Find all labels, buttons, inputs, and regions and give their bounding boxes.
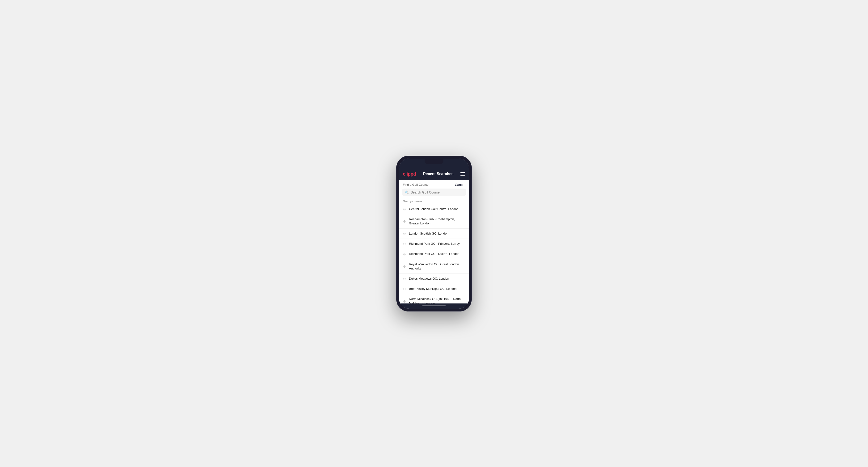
location-pin-icon: ⊙ bbox=[403, 232, 406, 236]
menu-icon[interactable] bbox=[460, 172, 465, 176]
find-header: Find a Golf Course Cancel bbox=[399, 180, 469, 189]
list-item[interactable]: ⊙Dukes Meadows GC, London bbox=[399, 274, 469, 284]
course-name: London Scottish GC, London bbox=[409, 231, 448, 236]
list-item[interactable]: ⊙Richmond Park GC - Prince's, Surrey bbox=[399, 239, 469, 249]
nearby-section-label: Nearby courses bbox=[399, 198, 469, 204]
course-name: Roehampton Club - Roehampton, Greater Lo… bbox=[409, 217, 465, 226]
course-name: Central London Golf Centre, London bbox=[409, 207, 459, 211]
course-name: Royal Wimbledon GC, Great London Authori… bbox=[409, 262, 465, 271]
home-bar bbox=[422, 305, 446, 306]
course-list: ⊙Central London Golf Centre, London⊙Roeh… bbox=[399, 204, 469, 304]
location-pin-icon: ⊙ bbox=[403, 300, 406, 303]
phone-notch bbox=[425, 159, 443, 164]
nav-title: Recent Searches bbox=[423, 172, 453, 176]
list-item[interactable]: ⊙Central London Golf Centre, London bbox=[399, 204, 469, 214]
location-pin-icon: ⊙ bbox=[403, 277, 406, 281]
list-item[interactable]: ⊙Roehampton Club - Roehampton, Greater L… bbox=[399, 214, 469, 229]
location-pin-icon: ⊙ bbox=[403, 242, 406, 246]
phone-frame: clippd Recent Searches Find a Golf Cours… bbox=[396, 156, 472, 311]
list-item[interactable]: ⊙Richmond Park GC - Duke's, London bbox=[399, 249, 469, 259]
cancel-button[interactable]: Cancel bbox=[455, 183, 465, 187]
location-pin-icon: ⊙ bbox=[403, 219, 406, 223]
location-pin-icon: ⊙ bbox=[403, 252, 406, 256]
phone-screen: clippd Recent Searches Find a Golf Cours… bbox=[399, 159, 469, 309]
list-item[interactable]: ⊙Brent Valley Municipal GC, London bbox=[399, 284, 469, 294]
find-label: Find a Golf Course bbox=[403, 183, 429, 186]
list-item[interactable]: ⊙London Scottish GC, London bbox=[399, 229, 469, 239]
search-icon: 🔍 bbox=[405, 190, 409, 194]
location-pin-icon: ⊙ bbox=[403, 207, 406, 211]
course-name: Richmond Park GC - Prince's, Surrey bbox=[409, 242, 460, 246]
list-item[interactable]: ⊙North Middlesex GC (1011942 - North Mid… bbox=[399, 294, 469, 303]
course-name: Brent Valley Municipal GC, London bbox=[409, 287, 457, 291]
course-name: North Middlesex GC (1011942 - North Midd… bbox=[409, 297, 465, 303]
app-logo: clippd bbox=[403, 171, 416, 177]
location-pin-icon: ⊙ bbox=[403, 287, 406, 291]
top-nav: clippd Recent Searches bbox=[399, 169, 469, 180]
location-pin-icon: ⊙ bbox=[403, 264, 406, 268]
course-name: Richmond Park GC - Duke's, London bbox=[409, 252, 459, 256]
home-indicator bbox=[399, 304, 469, 309]
course-name: Dukes Meadows GC, London bbox=[409, 277, 449, 281]
list-item[interactable]: ⊙Royal Wimbledon GC, Great London Author… bbox=[399, 259, 469, 274]
main-content: Find a Golf Course Cancel 🔍 Nearby cours… bbox=[399, 180, 469, 304]
search-input[interactable] bbox=[411, 190, 463, 194]
search-bar[interactable]: 🔍 bbox=[402, 189, 466, 196]
